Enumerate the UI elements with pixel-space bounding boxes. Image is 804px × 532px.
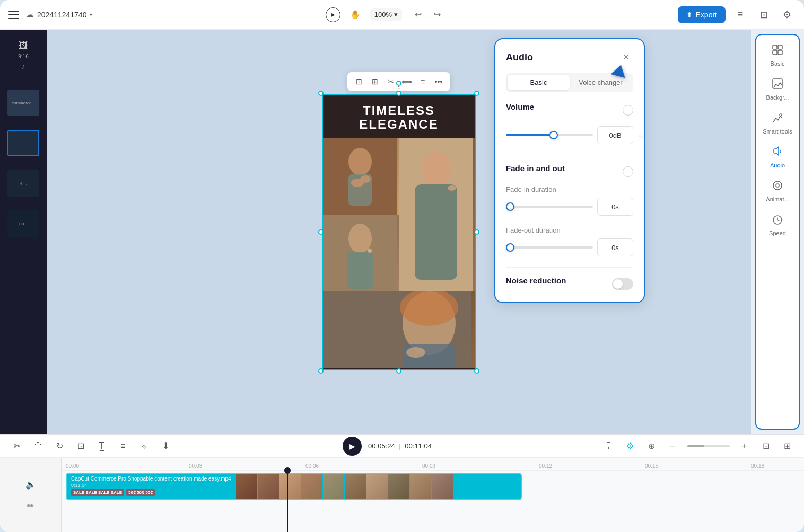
video-clip[interactable]: CapCut Commerce Pro Shoppable content cr… [66, 473, 522, 500]
timeline-right-controls: 🎙 ⚙ ⊕ − + ⊡ ⊞ [600, 438, 796, 455]
right-panel-background[interactable]: Backgr... [759, 73, 796, 105]
fade-in-slider-row [506, 198, 633, 216]
zoom-timeline-slider[interactable] [687, 445, 730, 447]
handle-bl[interactable] [318, 368, 324, 374]
fade-in-value-input[interactable] [597, 198, 633, 216]
fade-in-slider-thumb[interactable] [506, 202, 514, 211]
volume-reset-icon[interactable]: ◇ [638, 131, 644, 139]
layers-icon-button[interactable]: ≡ [732, 6, 749, 23]
export-tool-button[interactable]: ⬇ [157, 438, 174, 455]
right-panel-speed[interactable]: Speed [759, 209, 796, 241]
ruler-mark-0: 00:00 [66, 463, 79, 469]
volume-value-input[interactable] [597, 126, 633, 144]
sidebar-item-media[interactable]: 🖼 9:16 ♪ [4, 36, 42, 75]
handle-tl[interactable] [318, 91, 324, 96]
loop-tool-button[interactable]: ↻ [51, 438, 68, 455]
menu-icon[interactable] [8, 11, 19, 19]
robot-button[interactable]: ⚙ [622, 438, 639, 455]
align-tool-button[interactable]: ≡ [115, 438, 132, 455]
float-tool-1[interactable]: ⊡ [352, 74, 366, 89]
volume-icon-button[interactable]: 🔈 [22, 476, 39, 493]
cloud-icon: ☁ [25, 10, 34, 20]
float-tool-2[interactable]: ⊞ [368, 74, 382, 89]
float-tool-more[interactable]: ••• [431, 74, 446, 89]
timeline-playhead[interactable] [287, 471, 288, 532]
edit-icon-button[interactable]: ✏ [22, 497, 39, 514]
svg-point-10 [348, 224, 372, 253]
fade-circle-indicator[interactable] [623, 166, 633, 177]
undo-redo-group: ↩ ↪ [410, 7, 444, 22]
handle-tm[interactable] [396, 91, 401, 96]
main-content: 🖼 9:16 ♪ commerce... 4-... [0, 30, 804, 434]
cloud-save[interactable]: ☁ 202411241740 ▾ [25, 10, 92, 20]
tab-basic[interactable]: Basic [508, 75, 570, 90]
settings-icon-button[interactable]: ⚙ [779, 6, 796, 23]
video-preview[interactable]: ⊡ ⊞ ✂ ⟺ ≡ ••• [322, 94, 476, 370]
noise-reduction-label: Noise reduction [506, 276, 566, 285]
hand-tool-button[interactable]: ✋ [349, 8, 362, 21]
undo-button[interactable]: ↩ [410, 7, 425, 22]
right-panel-audio[interactable]: Audio [759, 141, 796, 173]
float-tool-3[interactable]: ✂ [383, 74, 398, 89]
header-left: ☁ 202411241740 ▾ [8, 10, 92, 20]
noise-reduction-toggle[interactable] [612, 278, 633, 290]
svg-point-24 [773, 181, 782, 190]
total-time: 00:11:04 [405, 442, 432, 450]
audio-panel-close-button[interactable]: ✕ [618, 50, 633, 65]
sidebar-item-3[interactable] [4, 124, 42, 162]
fullscreen-button[interactable]: ⊞ [779, 438, 796, 455]
float-tool-5[interactable]: ≡ [415, 74, 430, 89]
crop-tool-button[interactable]: ⊡ [72, 438, 89, 455]
svg-point-16 [406, 347, 425, 358]
video-cell-3 [323, 215, 399, 291]
keyframe-tool-button[interactable]: ⟐ [136, 438, 153, 455]
fit-button[interactable]: ⊡ [757, 438, 774, 455]
right-panel-animate[interactable]: Animat... [759, 175, 796, 207]
fade-in-slider-container[interactable] [506, 201, 593, 212]
layout-icon-button[interactable]: ⊡ [755, 6, 772, 23]
link-button[interactable]: ⊕ [643, 438, 660, 455]
right-panel-smart-tools[interactable]: Smart tools [759, 107, 796, 139]
volume-value-container: ◇ [597, 126, 633, 144]
fade-out-slider-track [506, 246, 593, 249]
handle-rm[interactable] [474, 229, 479, 235]
float-tool-4[interactable]: ⟺ [399, 74, 414, 89]
timeline-ruler: 00:00 00:03 00:06 00:09 00:12 00:15 00:1… [62, 458, 804, 471]
thumb-8 [388, 474, 409, 499]
thumb-6 [345, 474, 366, 499]
handle-bm[interactable] [396, 368, 401, 374]
minus-button[interactable]: − [664, 438, 681, 455]
handle-tr[interactable] [474, 91, 479, 96]
sidebar-item-2[interactable]: commerce... [4, 84, 42, 122]
volume-label: Volume [506, 102, 534, 111]
sidebar-item-5[interactable]: 03... [4, 205, 42, 243]
handle-br[interactable] [474, 368, 479, 374]
right-panel-basic[interactable]: Basic [759, 39, 796, 71]
thumb-9 [410, 474, 431, 499]
microphone-button[interactable]: 🎙 [600, 438, 617, 455]
sidebar-divider-1 [11, 79, 36, 79]
section-divider-1 [506, 155, 633, 155]
preview-play-button[interactable]: ▶ [326, 7, 340, 22]
current-time: 00:05:24 [368, 442, 395, 450]
zoom-dropdown-icon: ▾ [394, 11, 398, 19]
volume-slider-thumb[interactable] [549, 131, 558, 139]
sidebar-item-4[interactable]: 4-... [4, 164, 42, 202]
delete-tool-button[interactable]: 🗑 [30, 438, 47, 455]
text-tool-button[interactable]: T̲ [93, 438, 110, 455]
zoom-control[interactable]: 100% ▾ [370, 8, 402, 21]
sidebar-thumb-4: 4-... [7, 170, 39, 197]
fade-out-slider-container[interactable] [506, 242, 593, 253]
ruler-mark-5: 00:15 [645, 463, 658, 469]
timeline-area: 🔈 ✏ 00:00 00:03 00:06 00:09 00:12 00:15 … [0, 458, 804, 532]
split-tool-button[interactable]: ✂ [8, 438, 25, 455]
export-button[interactable]: ⬆ Export [678, 6, 726, 23]
thumb-10 [432, 474, 453, 499]
play-pause-button[interactable]: ▶ [343, 437, 362, 456]
redo-button[interactable]: ↪ [430, 7, 444, 22]
volume-slider-container[interactable] [506, 130, 593, 140]
fade-out-slider-thumb[interactable] [506, 243, 514, 252]
volume-circle-indicator[interactable] [623, 105, 633, 116]
plus-button[interactable]: + [736, 438, 753, 455]
fade-out-value-input[interactable] [597, 238, 633, 256]
